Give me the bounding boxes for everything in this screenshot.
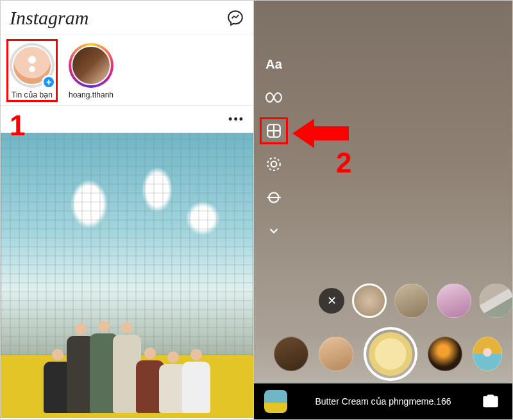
filter-carousel[interactable]: ✕ — [254, 283, 512, 381]
story-avatar — [71, 46, 111, 85]
expand-tools-icon[interactable] — [263, 220, 285, 242]
gallery-thumbnail[interactable] — [264, 390, 287, 413]
story-username: hoang.tthanh — [69, 90, 114, 99]
annotation-number-2: 2 — [336, 147, 351, 179]
text-tool-icon[interactable]: Aa — [263, 53, 285, 75]
filter-option[interactable] — [479, 283, 512, 318]
filter-option[interactable] — [437, 283, 471, 318]
svg-marker-7 — [292, 119, 349, 148]
your-story-label: Tin của bạn — [12, 90, 53, 99]
svg-point-3 — [267, 158, 280, 171]
filter-option[interactable] — [352, 283, 387, 318]
story-camera-screen: Aa — [254, 1, 512, 419]
annotation-arrow-2 — [292, 111, 350, 158]
filter-option[interactable] — [319, 337, 353, 371]
feed-screen: Instagram + Tin của bạn hoang. — [1, 1, 254, 419]
boomerang-icon[interactable] — [263, 87, 285, 108]
filter-option[interactable] — [394, 283, 429, 318]
post-header: ••• — [1, 106, 253, 133]
level-tool-icon[interactable] — [263, 187, 285, 208]
shutter-button[interactable] — [364, 327, 417, 381]
filter-option[interactable] — [428, 337, 462, 371]
story-item[interactable]: hoang.tthanh — [66, 43, 116, 99]
messenger-icon[interactable] — [226, 9, 244, 27]
your-story-item[interactable]: + Tin của bạn — [7, 43, 57, 99]
filter-option[interactable] — [473, 337, 502, 371]
camera-tool-rail: Aa — [263, 53, 285, 242]
stories-row: + Tin của bạn hoang.tthanh — [1, 35, 253, 106]
post-image[interactable] — [1, 133, 253, 418]
post-more-icon[interactable]: ••• — [228, 113, 244, 126]
add-story-plus-icon[interactable]: + — [42, 75, 56, 89]
multi-capture-icon[interactable] — [263, 153, 285, 175]
instagram-logo[interactable]: Instagram — [10, 7, 88, 29]
active-filter-preview — [369, 332, 412, 376]
layout-tool-icon[interactable] — [263, 120, 285, 142]
filter-name-label: Butter Cream của phngmeme.166 — [298, 396, 469, 407]
close-filters-icon[interactable]: ✕ — [319, 288, 344, 314]
post-people — [1, 310, 253, 413]
filter-option[interactable] — [274, 337, 308, 371]
camera-bottom-bar: Butter Cream của phngmeme.166 — [254, 383, 512, 419]
camera-flip-icon[interactable] — [479, 390, 502, 413]
feed-header: Instagram — [1, 1, 253, 35]
svg-point-4 — [271, 162, 277, 167]
